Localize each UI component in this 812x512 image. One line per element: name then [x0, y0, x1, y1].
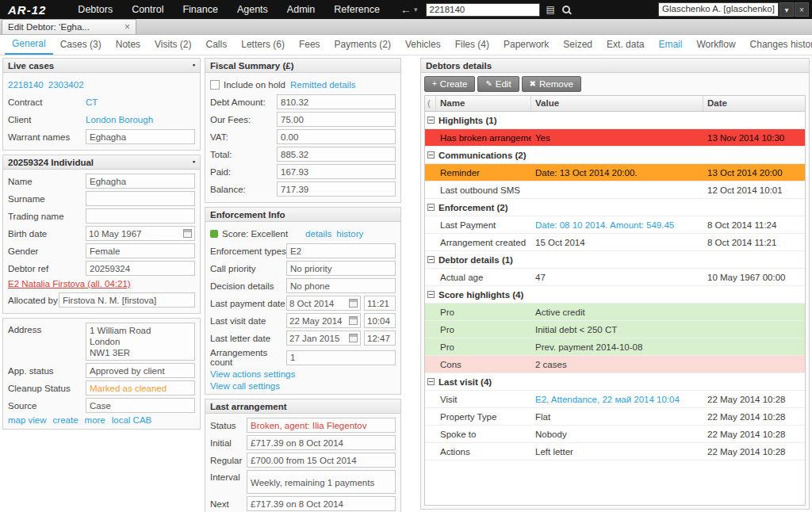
debtor-ref-input[interactable]: [86, 261, 195, 276]
panel-action-icon[interactable]: ▪: [193, 62, 195, 69]
arrangements-count-input[interactable]: [286, 350, 396, 365]
score-details-link[interactable]: details: [305, 229, 331, 239]
edit-button[interactable]: ✎ Edit: [477, 76, 519, 92]
tab-email[interactable]: Email: [651, 35, 689, 55]
menu-debtors[interactable]: Debtors: [68, 0, 122, 19]
back-arrow-icon[interactable]: ←: [400, 4, 412, 15]
warrant-names-input[interactable]: [86, 129, 195, 144]
our-fees-input[interactable]: [277, 112, 396, 127]
case-link[interactable]: 2218140: [8, 80, 44, 90]
tab-changes-history[interactable]: Changes history: [743, 35, 812, 55]
collapse-icon[interactable]: [427, 378, 435, 385]
user-dropdown-caret-icon[interactable]: ▾: [779, 2, 794, 17]
create-link[interactable]: create: [53, 415, 79, 425]
group-row-debtor-details-1[interactable]: Debtor details (1): [425, 251, 805, 269]
menu-finance[interactable]: Finance: [173, 0, 227, 19]
collapse-icon[interactable]: [427, 256, 435, 263]
tab-calls[interactable]: Calls: [199, 35, 235, 55]
group-row-communications-2[interactable]: Communications (2): [425, 147, 805, 164]
tab-fees[interactable]: Fees: [292, 35, 327, 55]
remove-button[interactable]: ✖ Remove: [522, 76, 581, 92]
group-row-score-highlights-4[interactable]: Score highlights (4): [425, 286, 805, 304]
next-input[interactable]: [247, 496, 396, 511]
last-payment-time-input[interactable]: [364, 296, 396, 311]
view-call-settings-link[interactable]: View call settings: [210, 381, 396, 391]
case-link[interactable]: 2303402: [48, 80, 84, 90]
include-on-hold-checkbox[interactable]: [210, 80, 220, 90]
call-priority-input[interactable]: [286, 261, 396, 276]
detail-row-actual-age[interactable]: Actual age4710 May 1967 00:00: [425, 269, 805, 286]
calendar-icon[interactable]: [349, 316, 358, 325]
more-link[interactable]: more: [85, 415, 105, 425]
birth-date-input[interactable]: [89, 229, 183, 239]
view-actions-settings-link[interactable]: View actions settings: [210, 369, 396, 379]
tab-seized[interactable]: Seized: [556, 35, 599, 55]
tab-general[interactable]: General: [5, 35, 53, 55]
map-view-link[interactable]: map view: [8, 415, 47, 425]
client-link[interactable]: London Borough: [86, 115, 153, 124]
calendar-icon[interactable]: [349, 299, 358, 308]
balance-input[interactable]: [277, 181, 396, 197]
remitted-details-link[interactable]: Remitted details: [290, 80, 355, 90]
tab-ext-data[interactable]: Ext. data: [599, 35, 651, 55]
cleanup-status-input[interactable]: [86, 380, 195, 395]
address-text[interactable]: 1 William Road London NW1 3ER: [86, 323, 195, 361]
detail-row-property-type[interactable]: Property TypeFlat22 May 2014 10:28: [425, 408, 805, 426]
menu-admin[interactable]: Admin: [278, 0, 324, 19]
panel-action-icon[interactable]: ▪: [193, 159, 195, 166]
score-history-link[interactable]: history: [336, 229, 363, 239]
detail-row-last-outbound-sms[interactable]: Last outbound SMS12 Oct 2014 10:01: [425, 181, 805, 199]
tab-files-4[interactable]: Files (4): [448, 35, 496, 55]
detail-row-visit[interactable]: VisitE2, Attendance, 22 май 2014 10:0422…: [425, 391, 805, 408]
value-column-header[interactable]: Value: [531, 96, 703, 111]
surname-input[interactable]: [86, 191, 195, 206]
calendar-icon[interactable]: [349, 334, 358, 342]
enforcement-types-input[interactable]: [286, 243, 396, 258]
search-icon[interactable]: [561, 5, 572, 15]
logout-icon[interactable]: ×: [795, 2, 809, 17]
collapse-icon[interactable]: [427, 204, 435, 211]
tab-cases-3[interactable]: Cases (3): [53, 35, 109, 55]
detail-row-pro[interactable]: ProActive credit: [425, 304, 805, 321]
trading-name-input[interactable]: [86, 208, 195, 224]
allocated-by-input[interactable]: [59, 292, 195, 308]
group-row-highlights-1[interactable]: Highlights (1): [425, 112, 805, 129]
interval-input[interactable]: Weekly, remaining 1 payments: [247, 470, 396, 494]
detail-row-arrangement-created[interactable]: Arrangement created15 Oct 20148 Oct 2014…: [425, 234, 805, 251]
collapse-icon[interactable]: [427, 117, 435, 124]
user-selector[interactable]: Glaschenko A. [glaschenko]: [658, 2, 779, 17]
allocated-agent-note[interactable]: E2 Natalia Firstova (all. 04:21): [8, 279, 195, 288]
app-status-input[interactable]: [86, 363, 195, 378]
name-input[interactable]: [86, 174, 195, 189]
tab-notes[interactable]: Notes: [109, 35, 147, 55]
contract-link[interactable]: CT: [86, 97, 98, 107]
tab-close-icon[interactable]: ×: [124, 21, 130, 32]
tab-payments-2[interactable]: Payments (2): [327, 35, 398, 55]
split-panel-divider[interactable]: [405, 58, 416, 510]
tab-paperwork[interactable]: Paperwork: [496, 35, 556, 55]
initial-input[interactable]: [247, 435, 396, 450]
last-letter-time-input[interactable]: [364, 331, 396, 346]
name-column-header[interactable]: Name: [436, 96, 531, 111]
detail-row-last-payment[interactable]: Last PaymentDate: 08 10 2014. Amount: 54…: [425, 216, 805, 234]
detail-row-pro[interactable]: ProPrev. payment 2014-10-08: [425, 338, 805, 356]
tab-vehicles[interactable]: Vehicles: [398, 35, 448, 55]
detail-row-has-broken-arrangement[interactable]: Has broken arrangementYes13 Nov 2014 10:…: [425, 129, 805, 147]
collapse-icon[interactable]: [427, 151, 435, 159]
debt-amount-input[interactable]: [277, 94, 396, 109]
detail-row-actions[interactable]: ActionsLeft letter22 May 2014 10:28: [425, 443, 805, 460]
group-column-header[interactable]: (: [425, 96, 436, 111]
history-caret-icon[interactable]: ▾: [414, 6, 418, 13]
vat-input[interactable]: [277, 129, 396, 144]
source-input[interactable]: [86, 398, 195, 413]
tab-workflow[interactable]: Workflow: [689, 35, 742, 55]
tab-visits-2[interactable]: Visits (2): [147, 35, 198, 55]
menu-agents[interactable]: Agents: [228, 0, 278, 19]
decision-details-input[interactable]: [286, 278, 396, 293]
quick-search-input[interactable]: [426, 3, 540, 17]
group-row-enforcement-2[interactable]: Enforcement (2): [425, 199, 805, 216]
menu-reference[interactable]: Reference: [324, 0, 389, 19]
last-letter-date-input[interactable]: [289, 334, 349, 343]
detail-row-reminder[interactable]: ReminderDate: 13 Oct 2014 20:00.13 Oct 2…: [425, 164, 805, 181]
last-visit-date-input[interactable]: [289, 316, 349, 326]
